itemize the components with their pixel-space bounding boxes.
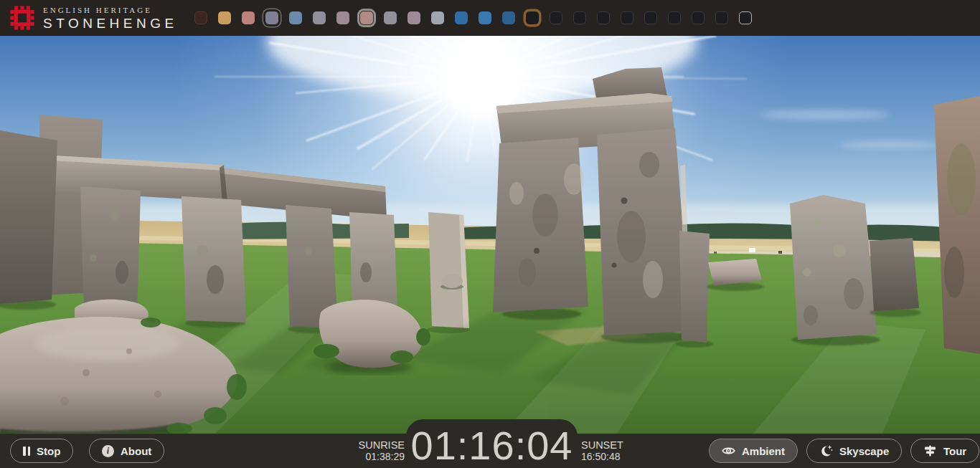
tour-button[interactable]: Tour [910,439,979,463]
time-swatch-0[interactable] [194,11,207,24]
skyscape-button-label: Skyscape [839,445,889,457]
bottom-bar: 01:16:04 Stop i About SUNRISE 01:38:29 S… [0,434,980,468]
sunrise-info: SUNRISE 01:38:29 [359,439,405,462]
signpost-icon [923,445,937,457]
about-button-label: About [121,445,151,457]
time-swatch-15[interactable] [550,11,562,24]
time-of-day-swatch-row [194,11,752,24]
clock-panel: 01:16:04 [406,419,578,468]
skyscape-app: ENGLISH HERITAGE STONEHENGE [0,0,980,468]
top-bar: ENGLISH HERITAGE STONEHENGE [0,0,980,36]
distant-vehicle [749,248,755,252]
ambient-button-label: Ambient [742,445,785,457]
brand: ENGLISH HERITAGE STONEHENGE [9,4,178,32]
english-heritage-logo-icon [9,4,36,32]
about-button[interactable]: i About [89,439,164,463]
sunrise-label: SUNRISE [359,439,405,451]
time-swatch-14[interactable] [526,11,539,24]
time-swatch-18[interactable] [621,11,633,24]
time-swatch-7[interactable] [360,11,373,24]
sunset-time: 16:50:48 [581,451,623,462]
time-swatch-5[interactable] [313,11,326,24]
moon-sparkle-icon [819,444,833,457]
time-swatch-1[interactable] [218,11,231,24]
brand-stonehenge: STONEHENGE [43,15,178,32]
time-swatch-13[interactable] [502,11,515,24]
stop-button-label: Stop [37,445,60,457]
time-swatch-22[interactable] [715,11,728,24]
pause-icon [23,446,30,456]
time-swatch-2[interactable] [242,11,255,24]
brand-english-heritage: ENGLISH HERITAGE [43,5,178,15]
time-swatch-12[interactable] [479,11,491,24]
skyscape-button[interactable]: Skyscape [806,439,902,463]
info-icon: i [102,445,114,457]
time-swatch-20[interactable] [668,11,681,24]
time-swatch-23[interactable] [739,11,752,24]
time-swatch-6[interactable] [336,11,349,24]
stonehenge-panorama-scene [0,36,980,434]
time-swatch-17[interactable] [597,11,610,24]
time-swatch-4[interactable] [289,11,302,24]
time-swatch-16[interactable] [573,11,586,24]
time-swatch-11[interactable] [455,11,468,24]
sunset-label: SUNSET [581,439,623,451]
time-swatch-19[interactable] [644,11,657,24]
ambient-button[interactable]: Ambient [709,439,798,463]
eye-icon [722,446,735,456]
sunset-info: SUNSET 16:50:48 [581,439,623,462]
time-swatch-9[interactable] [407,11,420,24]
time-swatch-10[interactable] [431,11,444,24]
time-swatch-21[interactable] [692,11,705,24]
sunrise-time: 01:38:29 [359,451,405,462]
stop-button[interactable]: Stop [10,439,73,463]
panorama-viewer[interactable] [0,36,980,434]
tour-button-label: Tour [943,445,966,457]
time-swatch-8[interactable] [384,11,397,24]
time-swatch-3[interactable] [265,11,278,24]
clock-display: 01:16:04 [411,424,573,468]
